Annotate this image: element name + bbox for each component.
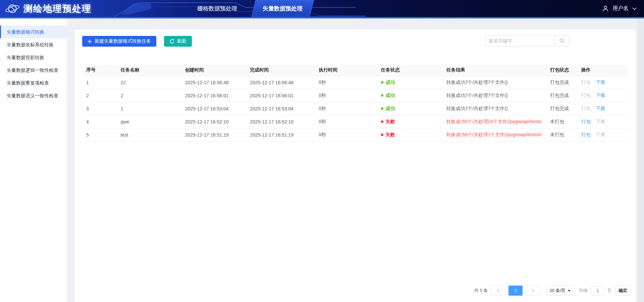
table-row: 3 1 2025-12-17 16:53:04 2025-12-17 16:53…	[82, 102, 628, 115]
cell-exec-time: 0秒	[315, 102, 377, 115]
refresh-button[interactable]: 刷新	[164, 36, 192, 47]
cell-actions: 打包 下载	[577, 89, 628, 102]
sidebar-item[interactable]: 矢量数据重复项检查	[0, 77, 67, 89]
package-action[interactable]: 打包	[581, 119, 591, 124]
cell-task-name: 1	[117, 102, 181, 115]
task-result: 转换成功7个/共处理7个文件()	[446, 93, 542, 99]
app-header: 测绘地理预处理 栅格数据预处理 矢量数据预处理 用户名	[0, 0, 644, 18]
cell-package-status: 未打包	[546, 128, 577, 141]
sidebar-item[interactable]: 矢量数据语义一致性检查	[0, 89, 67, 102]
cell-finished-time: 2025-12-17 16:56:48	[246, 76, 315, 89]
header-tab-label: 栅格数据预处理	[197, 5, 237, 12]
sidebar-item[interactable]: 矢量数据格式转换	[0, 26, 67, 38]
new-task-label: 新建矢量数据格式转换任务	[95, 38, 151, 44]
cell-created-time: 2025-12-17 16:51:19	[181, 128, 246, 141]
table-column-header: 创建时间	[181, 65, 246, 76]
page-size-select[interactable]: 20 条/页	[546, 286, 574, 296]
goto-page-input[interactable]	[591, 286, 604, 295]
cell-exec-time: 0秒	[315, 89, 377, 102]
cell-task-name: test	[117, 128, 181, 141]
download-action[interactable]: 下载	[596, 93, 605, 98]
table-row: 5 test 2025-12-17 16:51:19 2025-12-17 16…	[82, 128, 628, 141]
package-action[interactable]: 打包	[581, 106, 591, 111]
task-result: 转换成功0个/共处理1个文件(/pygeoapi/tests/in	[446, 132, 542, 138]
cell-actions: 打包 下载	[577, 76, 628, 89]
cell-created-time: 2025-12-17 16:56:01	[181, 89, 246, 102]
pagination: 共 5 条 1 20 条/页 到第 页 确定	[474, 286, 631, 296]
content-card: 新建矢量数据格式转换任务 刷新	[74, 30, 636, 302]
cell-created-time: 2025-12-17 16:53:04	[181, 102, 246, 115]
table-column-header: 任务结果	[442, 65, 546, 76]
page-number-button[interactable]: 1	[508, 286, 523, 296]
cell-status: 成功	[377, 102, 442, 115]
cell-task-name: 2	[117, 89, 181, 102]
package-action[interactable]: 打包	[581, 93, 591, 98]
status-badge: 成功	[381, 106, 395, 111]
cell-result: 转换成功0个/共处理1个文件(/pygeoapi/tests/in	[442, 128, 546, 141]
table-row: 1 22 2025-12-17 16:56:48 2025-12-17 16:5…	[82, 76, 628, 89]
sidebar-item-label: 矢量数据格式转换	[7, 29, 44, 35]
cell-finished-time: 2025-12-17 16:56:01	[246, 89, 315, 102]
cell-exec-time: 0秒	[315, 76, 377, 89]
package-action[interactable]: 打包	[581, 132, 591, 137]
cell-actions: 打包 下载	[577, 128, 628, 141]
cell-index: 2	[82, 89, 117, 102]
prev-page-button[interactable]	[491, 286, 505, 296]
download-action[interactable]: 下载	[596, 132, 605, 137]
cell-package-status: 未打包	[546, 115, 577, 128]
table-column-header: 执行时间	[315, 65, 377, 76]
cell-result: 转换成功7个/共处理7个文件()	[442, 89, 546, 102]
user-name: 用户名	[612, 5, 629, 12]
table-row: 2 2 2025-12-17 16:56:01 2025-12-17 16:56…	[82, 89, 628, 102]
download-action[interactable]: 下载	[596, 80, 605, 85]
header-tab[interactable]: 矢量数据预处理	[251, 0, 314, 17]
cell-created-time: 2025-12-17 16:56:48	[181, 76, 246, 89]
goto-page-prefix: 到第	[579, 288, 588, 294]
header-tab-label: 矢量数据预处理	[263, 5, 303, 12]
new-task-button[interactable]: 新建矢量数据格式转换任务	[82, 36, 156, 47]
task-result: 转换成功7个/共处理7个文件()	[446, 80, 542, 86]
table-column-header: 完成时间	[246, 65, 315, 76]
table-column-header: 打包状态	[546, 65, 577, 76]
table-column-header: 序号	[82, 65, 117, 76]
cell-package-status: 打包完成	[546, 89, 577, 102]
cell-index: 3	[82, 102, 117, 115]
cell-actions: 打包 下载	[577, 115, 628, 128]
task-result: 转换成功0个/共处理24个文件(/pygeoapi/tests/	[446, 119, 542, 125]
sidebar: 矢量数据格式转换 矢量数据坐标系统转换 矢量数据投影转换 矢量数据逻辑一致性检查…	[0, 18, 67, 302]
app-root: 测绘地理预处理 栅格数据预处理 矢量数据预处理 用户名	[0, 0, 644, 302]
search-box	[485, 35, 569, 46]
page-scrollbar[interactable]	[637, 18, 644, 302]
sidebar-item-label: 矢量数据逻辑一致性检查	[7, 67, 58, 73]
download-action[interactable]: 下载	[596, 106, 605, 111]
sidebar-item[interactable]: 矢量数据逻辑一致性检查	[0, 64, 67, 77]
package-action[interactable]: 打包	[581, 80, 591, 85]
cell-result: 转换成功0个/共处理24个文件(/pygeoapi/tests/	[442, 115, 546, 128]
cell-result: 转换成功7个/共处理7个文件()	[442, 102, 546, 115]
cell-task-name: 22	[117, 76, 181, 89]
sidebar-item-label: 矢量数据投影转换	[7, 55, 44, 60]
download-action[interactable]: 下载	[596, 119, 605, 124]
goto-confirm-button[interactable]: 确定	[615, 286, 631, 296]
cell-task-name: qwe	[117, 115, 181, 128]
table-column-header: 操作	[577, 65, 628, 76]
chevron-left-icon	[496, 288, 500, 293]
header-tab[interactable]: 栅格数据预处理	[188, 0, 247, 17]
cell-index: 5	[82, 128, 117, 141]
user-menu[interactable]: 用户名	[602, 0, 637, 17]
status-badge: 成功	[381, 80, 395, 85]
cell-status: 失败	[377, 115, 442, 128]
header-tabs: 栅格数据预处理 矢量数据预处理	[188, 0, 312, 17]
cell-index: 4	[82, 115, 117, 128]
status-badge: 失败	[381, 132, 395, 137]
search-button[interactable]	[555, 35, 569, 46]
sidebar-item-label: 矢量数据坐标系统转换	[7, 42, 54, 47]
sidebar-item[interactable]: 矢量数据坐标系统转换	[0, 38, 67, 51]
next-page-button[interactable]	[526, 286, 540, 296]
search-input[interactable]	[485, 35, 555, 46]
page-size-label: 20 条/页	[549, 288, 566, 294]
sidebar-item-label: 矢量数据语义一致性检查	[7, 93, 58, 98]
cell-status: 成功	[377, 76, 442, 89]
sidebar-item[interactable]: 矢量数据投影转换	[0, 51, 67, 64]
app-logo-icon	[5, 2, 20, 16]
